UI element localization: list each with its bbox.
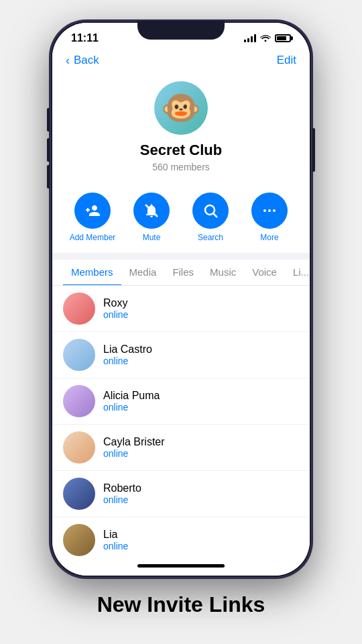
member-avatar: [63, 524, 95, 556]
tab-voice[interactable]: Voice: [244, 260, 285, 286]
member-row[interactable]: Lia Castroonline: [52, 332, 310, 378]
member-name: Alicia Puma: [103, 390, 160, 402]
group-avatar-emoji: 🐵: [161, 89, 201, 127]
member-avatar: [63, 478, 95, 510]
action-buttons: Add Member Mute: [52, 183, 310, 253]
section-divider: [52, 253, 310, 260]
tab-members[interactable]: Members: [63, 260, 121, 286]
member-info: Cayla Bristeronline: [103, 436, 165, 459]
battery-icon: [275, 34, 291, 42]
tab-files[interactable]: Files: [164, 260, 202, 286]
member-row[interactable]: Liaonline: [52, 517, 310, 559]
member-name: Lia Castro: [103, 343, 152, 356]
member-status: online: [103, 541, 128, 551]
search-label: Search: [198, 233, 223, 242]
member-row[interactable]: Alicia Pumaonline: [52, 378, 310, 425]
group-name: Secret Club: [140, 142, 222, 159]
back-label: Back: [74, 54, 99, 67]
tab-links[interactable]: Li...: [285, 260, 310, 286]
signal-icon: [244, 34, 256, 42]
tabs-scroll: Members Media Files Music Voice Li...: [52, 260, 310, 286]
member-status: online: [103, 494, 141, 505]
member-row[interactable]: Cayla Bristeronline: [52, 425, 310, 471]
nav-bar: ‹ Back Edit: [52, 48, 310, 74]
member-name: Roberto: [103, 482, 141, 494]
member-row[interactable]: Robertoonline: [52, 471, 310, 517]
member-name: Roxy: [103, 297, 128, 309]
group-avatar: 🐵: [154, 81, 208, 135]
notch: [137, 21, 225, 40]
wifi-icon: [260, 33, 271, 44]
mute-icon-circle: [133, 193, 170, 229]
bottom-title: New Invite Links: [97, 592, 265, 617]
member-info: Alicia Pumaonline: [103, 390, 160, 413]
add-member-label: Add Member: [70, 233, 116, 242]
member-info: Robertoonline: [103, 482, 141, 505]
status-time: 11:11: [71, 32, 99, 44]
mute-button[interactable]: Mute: [128, 193, 175, 242]
member-info: Lia Castroonline: [103, 343, 152, 366]
member-status: online: [103, 402, 160, 413]
member-avatar: [63, 385, 95, 417]
member-name: Lia: [103, 529, 128, 541]
members-list: RoxyonlineLia CastroonlineAlicia Pumaonl…: [52, 286, 310, 559]
tabs-container: Members Media Files Music Voice Li...: [52, 260, 310, 286]
member-name: Cayla Brister: [103, 436, 165, 448]
group-member-count: 560 members: [152, 162, 210, 172]
member-row[interactable]: Roxyonline: [52, 286, 310, 332]
home-indicator: [52, 559, 310, 576]
svg-point-3: [263, 209, 266, 212]
search-button[interactable]: Search: [187, 193, 234, 242]
phone-screen: 11:11: [52, 23, 310, 576]
member-info: Roxyonline: [103, 297, 128, 320]
edit-button[interactable]: Edit: [277, 54, 296, 67]
svg-line-2: [214, 213, 218, 217]
member-status: online: [103, 309, 128, 320]
member-status: online: [103, 448, 165, 459]
mute-label: Mute: [143, 233, 161, 242]
member-info: Liaonline: [103, 529, 128, 551]
member-avatar: [63, 292, 95, 325]
member-status: online: [103, 356, 152, 366]
member-avatar: [63, 339, 95, 371]
add-member-icon-circle: [74, 193, 111, 229]
phone-shell: 11:11: [50, 21, 312, 578]
more-button[interactable]: More: [246, 193, 293, 242]
tab-media[interactable]: Media: [121, 260, 165, 286]
group-info: 🐵 Secret Club 560 members: [52, 74, 310, 183]
add-member-button[interactable]: Add Member: [69, 193, 116, 242]
search-icon-circle: [192, 193, 229, 229]
tab-music[interactable]: Music: [202, 260, 244, 286]
member-avatar: [63, 431, 95, 464]
back-chevron-icon: ‹: [66, 54, 70, 68]
bottom-text: New Invite Links: [97, 592, 265, 617]
svg-point-4: [268, 209, 271, 212]
more-icon-circle: [251, 193, 288, 229]
svg-point-5: [273, 209, 276, 212]
page-wrapper: 11:11: [0, 0, 362, 644]
home-bar: [137, 564, 225, 568]
svg-point-1: [205, 205, 215, 215]
more-label: More: [260, 233, 278, 242]
status-icons: [244, 33, 291, 44]
back-button[interactable]: ‹ Back: [66, 54, 99, 68]
